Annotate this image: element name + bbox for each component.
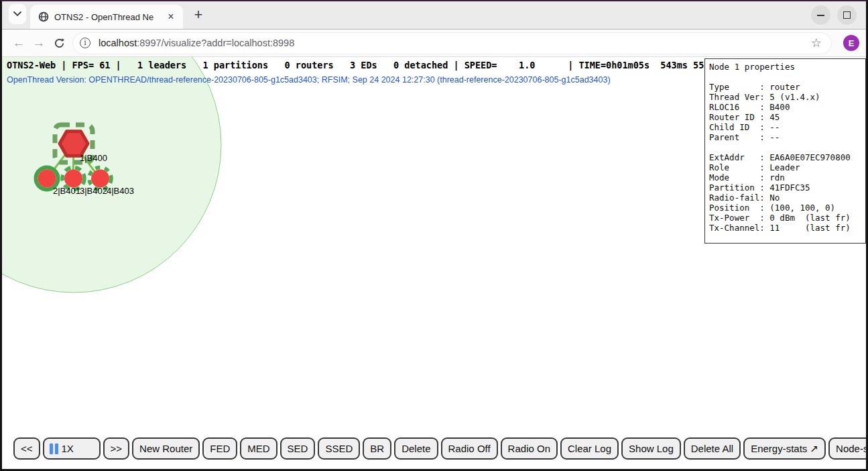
new-tab-button[interactable]: +: [188, 5, 208, 25]
url-text: localhost:8997/visualize?addr=localhost:…: [99, 38, 808, 48]
toolbar: << 1X >> New Router FED MED SED SSED BR …: [13, 437, 866, 460]
clear-log-button[interactable]: Clear Log: [560, 437, 619, 460]
forward-button[interactable]: →: [29, 36, 49, 50]
maximize-icon: [843, 11, 851, 19]
pause-icon: [50, 443, 58, 454]
br-button[interactable]: BR: [363, 437, 391, 460]
node-2-circle[interactable]: [38, 170, 56, 188]
speed-label: 1X: [62, 443, 74, 454]
delete-all-button[interactable]: Delete All: [684, 437, 741, 460]
tab-title: OTNS2 - OpenThread Ne: [54, 12, 164, 22]
openthread-version-line: OpenThread Version: OPENTHREAD/thread-re…: [7, 75, 611, 85]
browser-tab[interactable]: OTNS2 - OpenThread Ne ×: [30, 5, 183, 29]
chevron-down-icon: [13, 11, 21, 17]
back-button[interactable]: ←: [9, 36, 29, 50]
speed-button[interactable]: 1X: [43, 437, 101, 460]
node-stats-button[interactable]: Node-stats ↗: [828, 437, 866, 460]
node-1-label: 1|B400: [80, 153, 107, 163]
delete-button[interactable]: Delete: [394, 437, 438, 460]
rewind-button[interactable]: <<: [13, 437, 40, 460]
page-info-icon[interactable]: i: [80, 38, 90, 48]
browser-tab-bar: OTNS2 - OpenThread Ne × +: [2, 1, 866, 30]
node-2-label: 2|B401: [53, 186, 80, 196]
tab-close-icon[interactable]: ×: [164, 10, 178, 23]
node-properties-panel: Node 1 properties Type : router Thread V…: [704, 58, 866, 244]
show-log-button[interactable]: Show Log: [621, 437, 681, 460]
bookmark-star-icon[interactable]: ☆: [811, 36, 822, 50]
url-bar[interactable]: i localhost:8997/visualize?addr=localhos…: [73, 33, 831, 54]
browser-nav-bar: ← → i localhost:8997/visualize?addr=loca…: [2, 30, 866, 57]
minimize-button[interactable]: [811, 5, 830, 25]
tab-search-button[interactable]: [9, 4, 26, 24]
globe-favicon-icon: [38, 11, 49, 22]
simulation-status-bar: OTNS2-Web | FPS= 61 | 1 leaders 1 partit…: [7, 60, 721, 70]
reload-icon: [54, 38, 65, 49]
minimize-icon: [817, 15, 824, 16]
reload-button[interactable]: [49, 38, 69, 49]
url-path: :8997/visualize?addr=localhost:8998: [137, 38, 294, 48]
ssed-button[interactable]: SSED: [318, 437, 360, 460]
sed-button[interactable]: SED: [280, 437, 316, 460]
maximize-button[interactable]: [837, 5, 857, 25]
simulation-canvas[interactable]: OTNS2-Web | FPS= 61 | 1 leaders 1 partit…: [2, 57, 866, 469]
avatar[interactable]: E: [843, 35, 859, 51]
window-controls: [811, 5, 857, 25]
node-3-circle[interactable]: [64, 170, 82, 188]
med-button[interactable]: MED: [240, 437, 277, 460]
radio-on-button[interactable]: Radio On: [501, 437, 558, 460]
energy-stats-button[interactable]: Energy-stats ↗: [743, 437, 826, 460]
new-router-button[interactable]: New Router: [132, 437, 200, 460]
url-host: localhost: [99, 38, 137, 48]
node-properties-text: Node 1 properties Type : router Thread V…: [705, 59, 865, 235]
fed-button[interactable]: FED: [202, 437, 237, 460]
node-4-circle[interactable]: [91, 170, 109, 188]
browser-window: OTNS2 - OpenThread Ne × + ← → i localhos…: [0, 0, 868, 471]
node-4-label: 4|B403: [107, 186, 134, 196]
radio-off-button[interactable]: Radio Off: [441, 437, 498, 460]
fast-forward-button[interactable]: >>: [103, 437, 130, 460]
node-3-label: 3|B402: [80, 186, 107, 196]
node-1-leader-hexagon[interactable]: [60, 132, 88, 156]
